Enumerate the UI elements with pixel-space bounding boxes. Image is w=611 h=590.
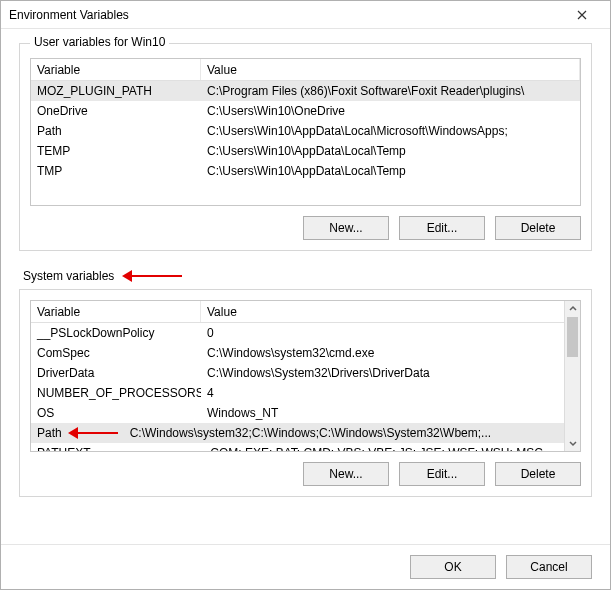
close-icon	[577, 10, 587, 20]
cell-value: .COM;.EXE;.BAT;.CMD;.VBS;.VBE;.JS;.JSE;.…	[201, 446, 580, 451]
cell-value: C:\Users\Win10\AppData\Local\Temp	[201, 164, 580, 178]
table-row[interactable]: PathC:\Users\Win10\AppData\Local\Microso…	[31, 121, 580, 141]
system-scrollbar[interactable]	[564, 301, 580, 451]
cell-value: Windows_NT	[201, 406, 580, 420]
cell-variable: TEMP	[31, 144, 201, 158]
cell-value: 4	[201, 386, 580, 400]
table-row[interactable]: TMPC:\Users\Win10\AppData\Local\Temp	[31, 161, 580, 181]
cell-value: C:\Users\Win10\AppData\Local\Temp	[201, 144, 580, 158]
cell-variable: __PSLockDownPolicy	[31, 326, 201, 340]
system-delete-button[interactable]: Delete	[495, 462, 581, 486]
annotation-arrow-icon	[122, 270, 182, 282]
table-row[interactable]: __PSLockDownPolicy0	[31, 323, 580, 343]
cell-variable: Path	[31, 124, 201, 138]
table-row[interactable]: TEMPC:\Users\Win10\AppData\Local\Temp	[31, 141, 580, 161]
table-row[interactable]: PATHEXT.COM;.EXE;.BAT;.CMD;.VBS;.VBE;.JS…	[31, 443, 580, 451]
cell-variable: NUMBER_OF_PROCESSORS	[31, 386, 201, 400]
cell-value: C:\Users\Win10\OneDrive	[201, 104, 580, 118]
chevron-down-icon	[569, 439, 577, 447]
user-table-header: Variable Value	[31, 59, 580, 81]
col-value[interactable]: Value	[201, 59, 580, 80]
user-vars-table[interactable]: Variable Value MOZ_PLUGIN_PATHC:\Program…	[30, 58, 581, 206]
cell-value: 0	[201, 326, 580, 340]
table-row[interactable]: PathC:\Windows\system32;C:\Windows;C:\Wi…	[31, 423, 580, 443]
table-row[interactable]: OneDriveC:\Users\Win10\OneDrive	[31, 101, 580, 121]
system-vars-group: Variable Value __PSLockDownPolicy0ComSpe…	[19, 289, 592, 497]
cell-variable: OS	[31, 406, 201, 420]
table-row[interactable]: DriverDataC:\Windows\System32\Drivers\Dr…	[31, 363, 580, 383]
system-vars-label: System variables	[23, 269, 114, 283]
user-vars-group: User variables for Win10 Variable Value …	[19, 43, 592, 251]
ok-button[interactable]: OK	[410, 555, 496, 579]
titlebar: Environment Variables	[1, 1, 610, 29]
table-row[interactable]: OSWindows_NT	[31, 403, 580, 423]
env-vars-dialog: Environment Variables User variables for…	[0, 0, 611, 590]
system-table-header: Variable Value	[31, 301, 580, 323]
window-title: Environment Variables	[9, 8, 129, 22]
user-new-button[interactable]: New...	[303, 216, 389, 240]
scroll-down-button[interactable]	[565, 435, 580, 451]
col-variable[interactable]: Variable	[31, 301, 201, 322]
close-button[interactable]	[562, 2, 602, 28]
system-new-button[interactable]: New...	[303, 462, 389, 486]
cell-value: C:\Windows\system32;C:\Windows;C:\Window…	[124, 426, 580, 440]
scroll-thumb[interactable]	[567, 317, 578, 357]
cell-variable: OneDrive	[31, 104, 201, 118]
scroll-up-button[interactable]	[565, 301, 580, 317]
cell-value: C:\Users\Win10\AppData\Local\Microsoft\W…	[201, 124, 580, 138]
cell-variable: PATHEXT	[31, 446, 201, 451]
cell-value: C:\Windows\System32\Drivers\DriverData	[201, 366, 580, 380]
annotation-arrow-icon	[68, 427, 118, 439]
user-vars-label: User variables for Win10	[30, 35, 169, 49]
chevron-up-icon	[569, 305, 577, 313]
cell-variable: ComSpec	[31, 346, 201, 360]
col-variable[interactable]: Variable	[31, 59, 201, 80]
cell-variable: Path	[31, 426, 124, 440]
table-row[interactable]: NUMBER_OF_PROCESSORS4	[31, 383, 580, 403]
cell-variable: TMP	[31, 164, 201, 178]
cell-value: C:\Program Files (x86)\Foxit Software\Fo…	[201, 84, 580, 98]
system-vars-table[interactable]: Variable Value __PSLockDownPolicy0ComSpe…	[30, 300, 581, 452]
cell-variable: MOZ_PLUGIN_PATH	[31, 84, 201, 98]
cancel-button[interactable]: Cancel	[506, 555, 592, 579]
cell-variable: DriverData	[31, 366, 201, 380]
table-row[interactable]: ComSpecC:\Windows\system32\cmd.exe	[31, 343, 580, 363]
dialog-footer: OK Cancel	[1, 544, 610, 589]
user-edit-button[interactable]: Edit...	[399, 216, 485, 240]
user-delete-button[interactable]: Delete	[495, 216, 581, 240]
cell-value: C:\Windows\system32\cmd.exe	[201, 346, 580, 360]
table-row[interactable]: MOZ_PLUGIN_PATHC:\Program Files (x86)\Fo…	[31, 81, 580, 101]
system-edit-button[interactable]: Edit...	[399, 462, 485, 486]
col-value[interactable]: Value	[201, 301, 580, 322]
